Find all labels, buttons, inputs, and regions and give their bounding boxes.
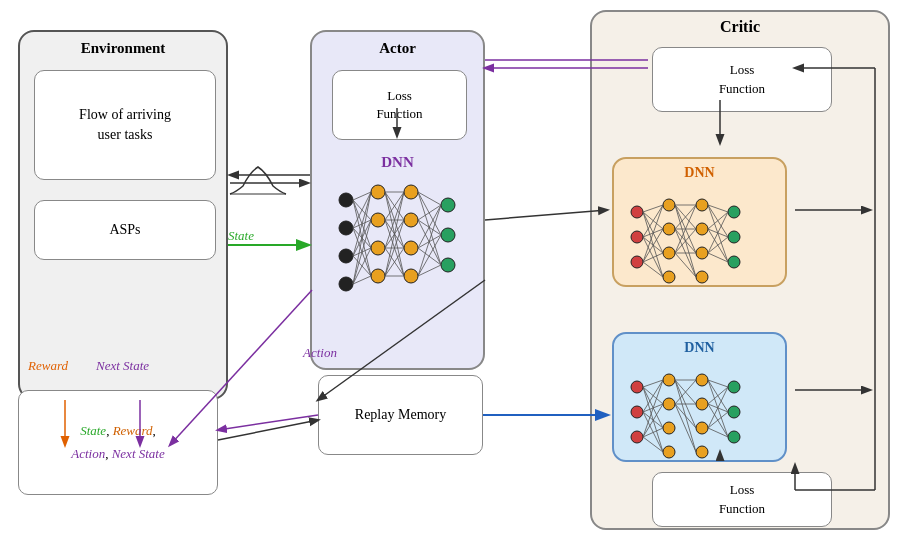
next-state-label: Next State xyxy=(96,358,149,374)
svg-line-139 xyxy=(675,404,696,452)
svg-point-72 xyxy=(728,256,740,268)
action-label: Action xyxy=(303,345,337,361)
svg-line-15 xyxy=(353,192,371,200)
svg-point-116 xyxy=(696,446,708,458)
replay-memory-box: Replay Memory xyxy=(318,375,483,455)
svg-point-119 xyxy=(728,431,740,443)
svg-point-106 xyxy=(631,381,643,393)
actor-dnn-label: DNN xyxy=(381,154,414,171)
store-label: State, Reward, Action, Next State xyxy=(71,420,165,464)
svg-line-50 xyxy=(418,205,441,220)
svg-line-147 xyxy=(708,412,728,428)
critic-dnn2-network xyxy=(622,362,780,462)
svg-point-13 xyxy=(441,228,455,242)
svg-point-70 xyxy=(728,206,740,218)
critic-dnn2-label: DNN xyxy=(684,340,714,356)
environment-box: Environment Flow of arrivinguser tasks A… xyxy=(18,30,228,400)
svg-point-64 xyxy=(663,247,675,259)
svg-point-0 xyxy=(339,193,353,207)
svg-point-69 xyxy=(696,271,708,283)
svg-point-71 xyxy=(728,231,740,243)
svg-point-14 xyxy=(441,258,455,272)
svg-point-3 xyxy=(339,277,353,291)
svg-point-59 xyxy=(631,206,643,218)
svg-line-156 xyxy=(218,415,318,430)
svg-line-27 xyxy=(353,192,371,284)
svg-line-28 xyxy=(353,220,371,284)
svg-point-67 xyxy=(696,223,708,235)
critic-dnn2: DNN xyxy=(612,332,787,462)
svg-line-73 xyxy=(643,205,663,212)
svg-point-12 xyxy=(441,198,455,212)
reward-label: Reward xyxy=(28,358,68,374)
svg-point-9 xyxy=(404,213,418,227)
state-label: State xyxy=(228,228,254,244)
diagram: Environment Flow of arrivinguser tasks A… xyxy=(0,0,907,541)
critic-dnn1-label: DNN xyxy=(684,165,714,181)
actor-loss-box: LossFunction xyxy=(332,70,467,140)
svg-point-66 xyxy=(696,199,708,211)
asps-label: ASPs xyxy=(109,222,140,238)
svg-line-138 xyxy=(675,404,696,428)
critic-loss-top-label: LossFunction xyxy=(719,61,765,97)
critic-dnn1-network xyxy=(622,187,780,287)
svg-point-61 xyxy=(631,256,643,268)
actor-box: Actor LossFunction DNN xyxy=(310,30,485,370)
environment-title: Environment xyxy=(81,40,166,57)
svg-point-114 xyxy=(696,398,708,410)
critic-title: Critic xyxy=(720,18,760,36)
critic-loss-top: LossFunction xyxy=(652,47,832,112)
svg-point-107 xyxy=(631,406,643,418)
svg-line-55 xyxy=(418,248,441,265)
svg-point-7 xyxy=(371,269,385,283)
svg-point-5 xyxy=(371,213,385,227)
store-box: State, Reward, Action, Next State xyxy=(18,390,218,495)
svg-point-112 xyxy=(663,446,675,458)
svg-line-84 xyxy=(643,262,663,277)
svg-line-131 xyxy=(643,437,663,452)
critic-loss-bot: LossFunction xyxy=(652,472,832,527)
svg-point-110 xyxy=(663,398,675,410)
svg-point-111 xyxy=(663,422,675,434)
svg-point-4 xyxy=(371,185,385,199)
svg-line-154 xyxy=(485,210,607,220)
svg-point-6 xyxy=(371,241,385,255)
bell-curve xyxy=(228,162,288,198)
svg-point-117 xyxy=(728,381,740,393)
flow-box: Flow of arrivinguser tasks xyxy=(34,70,216,180)
svg-point-8 xyxy=(404,185,418,199)
critic-loss-bot-label: LossFunction xyxy=(719,481,765,517)
svg-point-1 xyxy=(339,221,353,235)
actor-loss-label: LossFunction xyxy=(376,87,422,123)
svg-point-62 xyxy=(663,199,675,211)
svg-point-63 xyxy=(663,223,675,235)
svg-point-65 xyxy=(663,271,675,283)
svg-point-109 xyxy=(663,374,675,386)
flow-label: Flow of arrivinguser tasks xyxy=(79,105,171,144)
svg-line-97 xyxy=(708,205,728,212)
critic-box: Critic LossFunction DNN xyxy=(590,10,890,530)
svg-point-118 xyxy=(728,406,740,418)
replay-memory-label: Replay Memory xyxy=(355,407,446,423)
svg-point-115 xyxy=(696,422,708,434)
svg-line-140 xyxy=(708,380,728,387)
actor-title: Actor xyxy=(379,40,416,57)
svg-line-30 xyxy=(353,276,371,284)
svg-line-104 xyxy=(708,237,728,253)
svg-point-10 xyxy=(404,241,418,255)
svg-line-23 xyxy=(353,192,371,256)
svg-point-113 xyxy=(696,374,708,386)
actor-network xyxy=(328,170,471,310)
svg-point-108 xyxy=(631,431,643,443)
svg-line-120 xyxy=(643,380,663,387)
asps-box: ASPs xyxy=(34,200,216,260)
svg-point-68 xyxy=(696,247,708,259)
critic-dnn1: DNN xyxy=(612,157,787,287)
svg-point-2 xyxy=(339,249,353,263)
svg-line-165 xyxy=(218,420,318,440)
svg-point-60 xyxy=(631,231,643,243)
svg-point-11 xyxy=(404,269,418,283)
